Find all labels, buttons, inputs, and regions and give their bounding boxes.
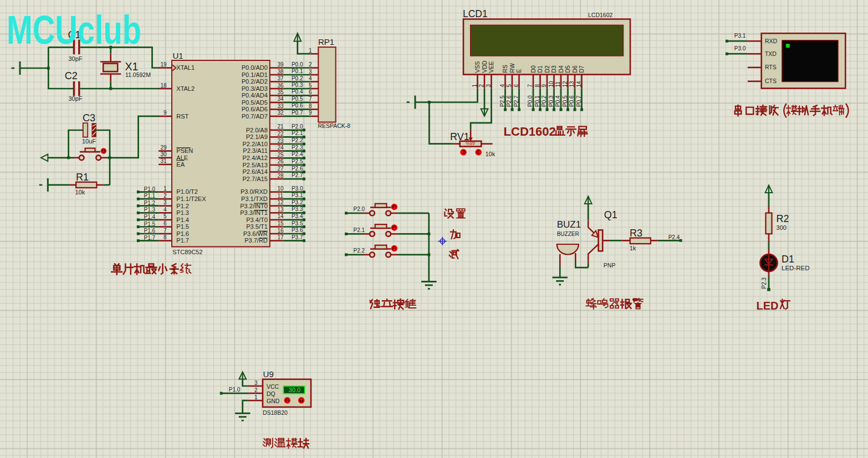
svg-text:P2.7/A15: P2.7/A15 xyxy=(243,176,268,182)
svg-text:13: 13 xyxy=(569,81,575,88)
svg-text:4: 4 xyxy=(499,84,506,88)
svg-text:C2: C2 xyxy=(65,70,78,81)
svg-text:P0.2/AD2: P0.2/AD2 xyxy=(242,78,268,85)
svg-text:P0.6: P0.6 xyxy=(292,102,303,109)
svg-text:GND: GND xyxy=(267,398,280,404)
svg-text:28: 28 xyxy=(278,173,284,179)
svg-text:37: 37 xyxy=(278,75,284,81)
svg-text:38: 38 xyxy=(278,69,284,75)
svg-text:5: 5 xyxy=(164,213,167,219)
svg-text:VEE: VEE xyxy=(488,61,494,73)
svg-text:30pF: 30pF xyxy=(69,95,83,102)
svg-text:P0.1: P0.1 xyxy=(534,95,540,107)
svg-text:P1.1/T2EX: P1.1/T2EX xyxy=(176,195,206,202)
svg-text:8: 8 xyxy=(309,103,312,109)
svg-text:BUZZER: BUZZER xyxy=(557,231,579,237)
svg-text:U1: U1 xyxy=(173,51,183,60)
svg-text:P0.7: P0.7 xyxy=(576,95,582,107)
svg-text:11: 11 xyxy=(278,193,284,199)
svg-text:P0.7/AD7: P0.7/AD7 xyxy=(242,113,268,120)
svg-text:24: 24 xyxy=(278,145,284,151)
svg-text:P2.4: P2.4 xyxy=(668,234,680,240)
svg-text:P2.3: P2.3 xyxy=(292,145,303,151)
svg-text:P0.4: P0.4 xyxy=(555,95,561,107)
svg-text:1: 1 xyxy=(164,186,167,192)
svg-text:22: 22 xyxy=(278,131,284,137)
svg-text:P3.1/TXD: P3.1/TXD xyxy=(241,195,268,202)
svg-text:P0.0: P0.0 xyxy=(292,61,303,68)
svg-text:P0.3: P0.3 xyxy=(292,82,303,88)
svg-text:PNP: PNP xyxy=(604,262,616,269)
svg-text:P0.1: P0.1 xyxy=(292,68,303,74)
svg-text:D2: D2 xyxy=(544,65,550,73)
svg-text:5: 5 xyxy=(309,83,312,89)
svg-text:4: 4 xyxy=(164,207,167,213)
svg-text:P2.5: P2.5 xyxy=(499,95,506,107)
svg-text:36: 36 xyxy=(278,83,284,89)
svg-text:LCD1602: LCD1602 xyxy=(588,12,613,18)
svg-text:P3.6: P3.6 xyxy=(292,227,303,233)
svg-text:16: 16 xyxy=(278,228,284,234)
svg-text:5: 5 xyxy=(506,84,512,88)
svg-text:P2.5/A13: P2.5/A13 xyxy=(243,162,268,168)
svg-text:P2.6: P2.6 xyxy=(506,95,512,107)
svg-text:RS: RS xyxy=(502,65,508,73)
svg-text:2: 2 xyxy=(254,387,258,393)
svg-text:30.0: 30.0 xyxy=(289,387,300,393)
svg-text:14: 14 xyxy=(576,81,582,88)
svg-text:BUZ1: BUZ1 xyxy=(557,219,581,230)
svg-text:P2.0: P2.0 xyxy=(354,206,365,212)
svg-text:14: 14 xyxy=(278,213,284,219)
svg-text:P2.7: P2.7 xyxy=(513,95,519,107)
svg-text:P2.1/A9: P2.1/A9 xyxy=(246,133,268,140)
svg-text:2: 2 xyxy=(164,193,167,199)
svg-text:P3.0: P3.0 xyxy=(734,45,746,52)
svg-text:P2.3/A11: P2.3/A11 xyxy=(243,147,267,154)
svg-text:Q1: Q1 xyxy=(604,209,617,220)
svg-text:PSEN: PSEN xyxy=(176,147,193,154)
svg-text:23: 23 xyxy=(278,138,284,144)
svg-text:P1.4: P1.4 xyxy=(176,217,189,223)
svg-text:2: 2 xyxy=(478,84,484,88)
svg-text:P3.2: P3.2 xyxy=(292,199,303,205)
svg-text:P1.0: P1.0 xyxy=(229,387,241,393)
svg-text:34: 34 xyxy=(278,96,284,102)
svg-text:X1: X1 xyxy=(125,60,139,73)
svg-text:P1.5: P1.5 xyxy=(144,221,156,227)
svg-text:R3: R3 xyxy=(630,228,642,239)
svg-text:3: 3 xyxy=(309,69,312,75)
svg-text:P0.0/AD0: P0.0/AD0 xyxy=(242,64,268,71)
svg-text:11.0592M: 11.0592M xyxy=(125,71,151,78)
svg-text:P1.3: P1.3 xyxy=(176,209,189,216)
svg-text:29: 29 xyxy=(160,145,167,151)
svg-text:9: 9 xyxy=(164,110,167,116)
svg-text:RESPACK-8: RESPACK-8 xyxy=(318,122,350,129)
svg-text:12: 12 xyxy=(278,199,284,205)
svg-text:XTAL1: XTAL1 xyxy=(176,64,195,71)
svg-text:13: 13 xyxy=(278,207,284,213)
svg-text:P3.3: P3.3 xyxy=(292,206,303,212)
svg-text:R1: R1 xyxy=(76,172,89,183)
svg-text:1k: 1k xyxy=(630,245,636,251)
svg-text:P0.3: P0.3 xyxy=(548,95,554,107)
svg-text:17: 17 xyxy=(278,234,284,240)
svg-text:33: 33 xyxy=(278,103,284,109)
svg-text:P1.2: P1.2 xyxy=(176,203,189,209)
svg-text:EA: EA xyxy=(176,161,185,168)
svg-text:VCC: VCC xyxy=(267,383,279,390)
svg-text:C3: C3 xyxy=(83,112,95,123)
svg-text:P3.1: P3.1 xyxy=(734,33,746,39)
svg-text:XTAL2: XTAL2 xyxy=(176,85,195,92)
svg-text:P2.2/A10: P2.2/A10 xyxy=(243,141,268,147)
svg-text:6: 6 xyxy=(309,89,312,95)
svg-text:27: 27 xyxy=(278,166,284,172)
svg-text:P1.5: P1.5 xyxy=(176,223,189,230)
svg-text:31: 31 xyxy=(160,158,167,164)
svg-text:RP1: RP1 xyxy=(318,37,334,47)
svg-text:1: 1 xyxy=(472,84,478,88)
svg-text:P3.4/T0: P3.4/T0 xyxy=(246,217,268,223)
svg-text:P0.0: P0.0 xyxy=(527,95,533,107)
svg-text:7: 7 xyxy=(527,84,533,88)
svg-text:P2.2: P2.2 xyxy=(292,137,303,143)
svg-text:P0.1/AD1: P0.1/AD1 xyxy=(242,71,268,78)
